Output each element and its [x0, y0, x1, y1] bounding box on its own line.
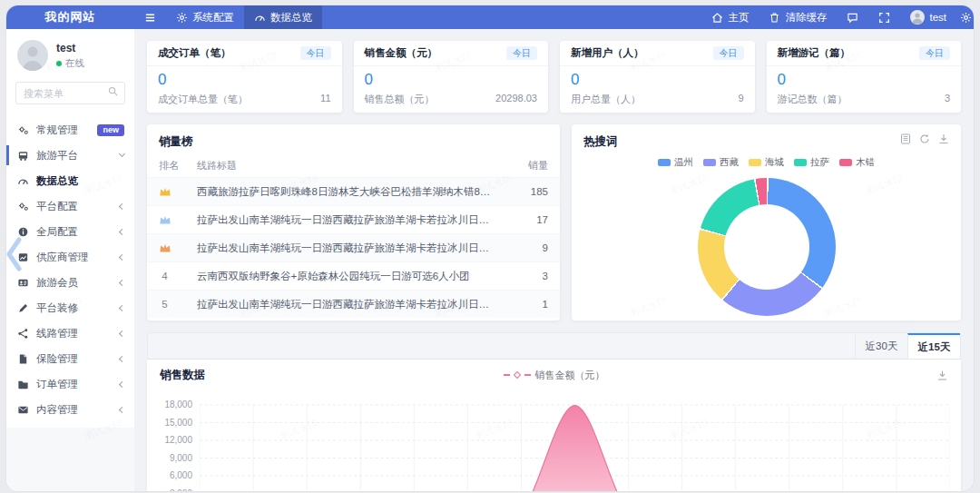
table-row[interactable]: 拉萨出发山南羊湖纯玩一日游西藏拉萨旅游羊湖卡若拉冰川日托寺4 9	[147, 233, 560, 261]
sidebar-item-travel-members[interactable]: 旅游会员	[6, 270, 134, 295]
legend-line-icon	[504, 374, 510, 376]
settings-button[interactable]	[956, 5, 974, 29]
home-button[interactable]: 主页	[701, 5, 759, 29]
today-badge[interactable]: 今日	[919, 46, 950, 60]
line-legend: 销售金额（元）	[147, 369, 961, 382]
refresh-icon[interactable]	[919, 133, 930, 144]
clear-cache-button[interactable]: 清除缓存	[759, 5, 837, 29]
sidebar-item-label: 全局配置	[36, 225, 78, 239]
envelope-icon	[16, 404, 29, 416]
legend-item[interactable]: 温州	[658, 156, 693, 169]
rank-number: 5	[159, 299, 171, 310]
rank-table-header: 排名 线路标题 销量	[147, 154, 560, 177]
card-total-label: 游记总数（篇）	[778, 93, 848, 106]
sidebar-item-platform-config[interactable]: 平台配置	[6, 193, 134, 219]
download-icon[interactable]	[938, 133, 949, 144]
chevron-down-icon	[119, 151, 125, 157]
chevron-left-icon	[6, 234, 24, 274]
table-row[interactable]: 西藏旅游拉萨日喀则珠峰8日游林芝大峡谷巴松措羊湖纳木错8天游 185	[147, 177, 560, 205]
table-row[interactable]: 拉萨出发山南羊湖纯玩一日游西藏拉萨旅游羊湖卡若拉冰川日托寺 17	[147, 205, 560, 233]
sidebar-item-data-overview[interactable]: 数据总览	[6, 168, 134, 193]
legend-swatch	[839, 159, 852, 166]
tab-last-30-days[interactable]: 近30天	[855, 333, 907, 359]
sales-chart-panel: 销售数据 销售金额（元） 18,000 15,000 12,000 9,000 …	[147, 360, 961, 491]
data-view-icon[interactable]	[900, 133, 911, 144]
sidebar-username: test	[56, 42, 84, 54]
sidebar-item-content-mgmt[interactable]: 内容管理	[6, 397, 134, 422]
legend-swatch	[658, 159, 671, 166]
area-series	[200, 406, 950, 491]
message-button[interactable]	[837, 5, 868, 29]
card-title: 新增用户（人）	[571, 46, 644, 60]
username-label: test	[929, 12, 946, 23]
col-header-sales: 销量	[506, 159, 548, 173]
user-avatar[interactable]	[17, 40, 48, 71]
today-badge[interactable]: 今日	[713, 46, 744, 60]
crown-icon	[159, 186, 172, 197]
panel-title: 销量榜	[147, 124, 560, 154]
route-title: 拉萨出发山南羊湖纯玩一日游西藏拉萨旅游羊湖卡若拉冰川日托寺	[197, 213, 506, 227]
sidebar-item-label: 数据总览	[36, 174, 78, 188]
sales-value: 9	[506, 242, 548, 253]
bus-icon	[16, 150, 29, 162]
route-title: 拉萨出发山南羊湖纯玩一日游西藏拉萨旅游羊湖卡若拉冰川日托寺4	[197, 242, 506, 255]
sidebar-item-route-mgmt[interactable]: 线路管理	[6, 320, 134, 346]
y-tick: 15,000	[147, 418, 192, 428]
sidebar-item-travel-platform[interactable]: 旅游平台	[6, 143, 134, 168]
new-badge: new	[97, 124, 124, 136]
sidebar-item-global-config[interactable]: 全局配置	[6, 219, 134, 244]
range-tabs: 近30天 近15天	[147, 332, 961, 360]
topnav-tab-label: 数据总览	[270, 11, 312, 25]
sales-value: 17	[506, 214, 548, 225]
sidebar-item-general-mgmt[interactable]: 常规管理 new	[6, 117, 134, 143]
sidebar-item-insurance-mgmt[interactable]: 保险管理	[6, 346, 134, 371]
file-icon	[16, 353, 29, 365]
route-title: 西藏旅游拉萨日喀则珠峰8日游林芝大峡谷巴松措羊湖纳木错8天游	[197, 185, 506, 199]
sidebar-item-label: 旅游平台	[36, 149, 78, 163]
sidebar-toggle-button[interactable]	[134, 5, 166, 29]
download-icon[interactable]	[936, 370, 948, 381]
legend-item[interactable]: 海城	[749, 156, 784, 169]
today-badge[interactable]: 今日	[506, 46, 537, 60]
topbar: 我的网站 系统配置 数据总览 主页 清除缓存	[6, 5, 974, 29]
topbar-right: 主页 清除缓存 test	[701, 5, 974, 29]
fullscreen-button[interactable]	[868, 5, 900, 29]
user-menu[interactable]: test	[900, 5, 956, 29]
col-header-route: 线路标题	[197, 159, 506, 173]
stat-card-new-users: 新增用户（人）今日 0 用户总量（人）9	[560, 41, 755, 113]
site-logo[interactable]: 我的网站	[6, 5, 134, 29]
stat-card-sales-amount: 销售金额（元）今日 0 销售总额（元）20298.03	[354, 41, 549, 113]
legend-item[interactable]: 西藏	[703, 156, 739, 169]
sidebar-item-supplier-mgmt[interactable]: 供应商管理	[6, 244, 134, 270]
online-status: 在线	[56, 57, 84, 70]
sidebar-filler	[6, 428, 134, 491]
sales-line-svg	[200, 392, 950, 491]
hot-search-panel: 热搜词 温州 西藏 海城 拉萨 木错	[572, 124, 961, 320]
chevron-left-icon	[119, 330, 125, 336]
legend-item[interactable]: 拉萨	[794, 156, 829, 169]
card-total-label: 用户总量（人）	[571, 93, 641, 106]
card-value: 0	[147, 66, 342, 89]
table-row[interactable]: 4 云南西双版纳野象谷+原始森林公园纯玩一日游可选6人小团 3	[147, 261, 560, 290]
sidebar-user-block: test 在线	[6, 29, 134, 80]
sidebar-item-label: 订单管理	[36, 378, 78, 391]
table-row[interactable]: 5 拉萨出发山南羊湖纯玩一日游西藏拉萨旅游羊湖卡若拉冰川日托寺5 1	[147, 290, 560, 318]
topnav-tab-system-config[interactable]: 系统配置	[166, 5, 244, 29]
route-title: 云南西双版纳野象谷+原始森林公园纯玩一日游可选6人小团	[197, 270, 506, 283]
tab-last-15-days[interactable]: 近15天	[907, 333, 960, 359]
rank-number: 4	[159, 271, 171, 281]
chart-title: 销售数据	[160, 368, 205, 383]
sidebar-item-platform-decoration[interactable]: 平台装修	[6, 295, 134, 320]
sales-line-chart[interactable]	[200, 392, 950, 491]
card-title: 销售金额（元）	[365, 46, 438, 60]
admin-app: 我的网站 系统配置 数据总览 主页 清除缓存	[6, 5, 974, 491]
legend-item[interactable]: 木错	[839, 156, 875, 169]
sidebar-collapse-handle[interactable]	[6, 234, 24, 278]
topnav-tab-data-overview[interactable]: 数据总览	[244, 5, 322, 29]
main-content: 成交订单（笔）今日 0 成交订单总量（笔）11 销售金额（元）今日 0 销售总额…	[134, 29, 974, 491]
chevron-left-icon	[119, 355, 125, 361]
hot-words-donut[interactable]	[698, 178, 836, 316]
legend-swatch	[794, 159, 807, 166]
sidebar-item-order-mgmt[interactable]: 订单管理	[6, 371, 134, 397]
today-badge[interactable]: 今日	[300, 46, 331, 60]
